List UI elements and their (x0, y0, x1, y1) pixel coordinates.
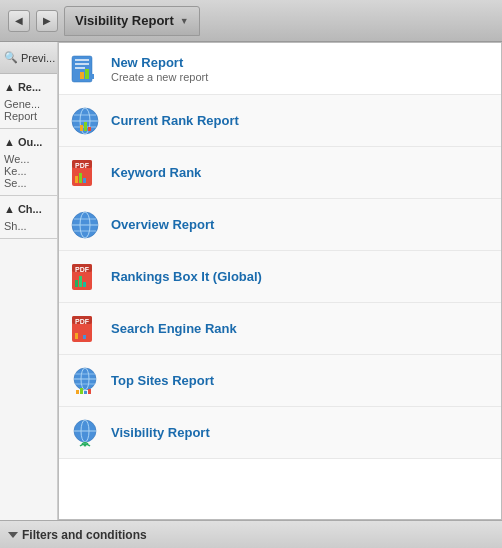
rankings-box-text: Rankings Box It (Global) (111, 269, 262, 284)
svg-rect-18 (75, 176, 78, 183)
sidebar-item-se[interactable]: Se... (4, 177, 53, 189)
svg-rect-19 (79, 173, 82, 183)
visibility-report-title: Visibility Report (111, 425, 210, 440)
search-engine-rank-text: Search Engine Rank (111, 321, 237, 336)
sidebar-output-content: We... Ke... Se... (0, 151, 57, 191)
svg-rect-5 (85, 69, 89, 79)
svg-rect-36 (79, 329, 82, 339)
svg-rect-35 (75, 333, 78, 339)
new-report-text: New Report Create a new report (111, 55, 208, 83)
menu-item-visibility-report[interactable]: Visibility Report (59, 407, 501, 459)
svg-rect-14 (88, 127, 91, 131)
sidebar-item-report[interactable]: Report (4, 110, 53, 122)
svg-rect-44 (80, 388, 83, 394)
menu-item-new-report[interactable]: New Report Create a new report (59, 43, 501, 95)
menu-item-rankings-box[interactable]: PDF Rankings Box It (Global) (59, 251, 501, 303)
menu-item-overview-report[interactable]: Overview Report (59, 199, 501, 251)
rankings-box-title: Rankings Box It (Global) (111, 269, 262, 284)
title-label[interactable]: Visibility Report ▼ (64, 6, 200, 36)
app-window: ◀ ▶ Visibility Report ▼ 🔍 Previ... ▲ Re.… (0, 0, 502, 548)
menu-item-current-rank[interactable]: Current Rank Report (59, 95, 501, 147)
sidebar-section-reports-title: ▲ Re... (0, 78, 57, 96)
svg-text:PDF: PDF (75, 318, 90, 325)
collapse-icon: ▲ (4, 81, 15, 93)
svg-rect-37 (83, 335, 86, 339)
visibility-report-text: Visibility Report (111, 425, 210, 440)
svg-rect-6 (90, 74, 94, 79)
svg-text:PDF: PDF (75, 162, 90, 169)
svg-rect-29 (75, 280, 78, 287)
preview-button[interactable]: 🔍 Previ... (0, 42, 57, 74)
svg-point-50 (84, 443, 87, 446)
rankings-box-icon: PDF (69, 261, 101, 293)
current-rank-text: Current Rank Report (111, 113, 239, 128)
new-report-icon (69, 53, 101, 85)
svg-rect-45 (84, 391, 87, 394)
svg-rect-4 (80, 72, 84, 79)
sidebar-item-general[interactable]: Gene... (4, 98, 53, 110)
svg-text:PDF: PDF (75, 266, 90, 273)
overview-report-title: Overview Report (111, 217, 214, 232)
sidebar-charts-content: Sh... (0, 218, 57, 234)
search-engine-rank-title: Search Engine Rank (111, 321, 237, 336)
svg-rect-30 (79, 276, 82, 287)
svg-rect-13 (84, 122, 87, 131)
sidebar-section-reports: ▲ Re... Gene... Report (0, 74, 57, 129)
bottom-bar[interactable]: Filters and conditions (0, 520, 502, 548)
keyword-rank-title: Keyword Rank (111, 165, 201, 180)
sidebar-section-output: ▲ Ou... We... Ke... Se... (0, 129, 57, 196)
sidebar-section-output-title: ▲ Ou... (0, 133, 57, 151)
sidebar-item-ke[interactable]: Ke... (4, 165, 53, 177)
top-sites-icon (69, 365, 101, 397)
collapse-icon-2: ▲ (4, 136, 15, 148)
svg-rect-31 (83, 282, 86, 287)
forward-button[interactable]: ▶ (36, 10, 58, 32)
sidebar-section-charts: ▲ Ch... Sh... (0, 196, 57, 239)
sidebar-section-charts-title: ▲ Ch... (0, 200, 57, 218)
dropdown-arrow-icon: ▼ (180, 16, 189, 26)
svg-rect-2 (75, 63, 89, 65)
search-engine-rank-icon: PDF (69, 313, 101, 345)
keyword-rank-text: Keyword Rank (111, 165, 201, 180)
sidebar-reports-content: Gene... Report (0, 96, 57, 124)
title-text: Visibility Report (75, 13, 174, 28)
sidebar-item-we[interactable]: We... (4, 153, 53, 165)
main-content: 🔍 Previ... ▲ Re... Gene... Report ▲ Ou..… (0, 42, 502, 520)
sidebar-item-sh[interactable]: Sh... (4, 220, 53, 232)
svg-rect-1 (75, 59, 89, 61)
new-report-title: New Report (111, 55, 208, 70)
menu-item-top-sites[interactable]: Top Sites Report (59, 355, 501, 407)
collapse-icon-3: ▲ (4, 203, 15, 215)
new-report-subtitle: Create a new report (111, 71, 208, 83)
menu-item-keyword-rank[interactable]: PDF Keyword Rank (59, 147, 501, 199)
sidebar: 🔍 Previ... ▲ Re... Gene... Report ▲ Ou..… (0, 42, 58, 520)
visibility-report-icon (69, 417, 101, 449)
current-rank-icon (69, 105, 101, 137)
svg-rect-20 (83, 178, 86, 183)
svg-rect-12 (80, 125, 83, 131)
svg-rect-3 (75, 67, 85, 69)
top-sites-title: Top Sites Report (111, 373, 214, 388)
svg-rect-46 (88, 389, 91, 394)
search-icon: 🔍 (4, 51, 18, 64)
menu-item-search-engine-rank[interactable]: PDF Search Engine Rank (59, 303, 501, 355)
title-bar: ◀ ▶ Visibility Report ▼ (0, 0, 502, 42)
keyword-rank-icon: PDF (69, 157, 101, 189)
svg-rect-43 (76, 390, 79, 394)
overview-report-icon (69, 209, 101, 241)
bottom-bar-label: Filters and conditions (22, 528, 147, 542)
overview-report-text: Overview Report (111, 217, 214, 232)
back-button[interactable]: ◀ (8, 10, 30, 32)
dropdown-panel: New Report Create a new report (58, 42, 502, 520)
current-rank-title: Current Rank Report (111, 113, 239, 128)
expand-icon (8, 532, 18, 538)
top-sites-text: Top Sites Report (111, 373, 214, 388)
